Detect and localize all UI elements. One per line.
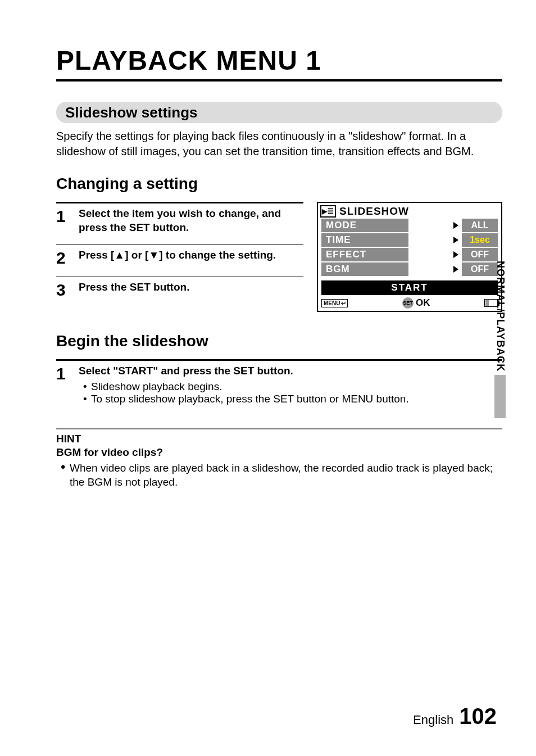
section-heading-slideshow: Slideshow settings xyxy=(56,102,502,123)
side-tab-label: NORMAL/PLAYBACK xyxy=(494,261,506,372)
lcd-title-bar: ▶☰ SLIDESHOW xyxy=(318,203,501,219)
lcd-row-value: OFF xyxy=(462,248,498,261)
step-text: Select the item you wish to change, and … xyxy=(79,207,303,234)
steps-changing: 1 Select the item you wish to change, an… xyxy=(56,202,303,309)
lcd-row-value: 1sec xyxy=(462,233,498,247)
footer-page-number: 102 xyxy=(459,704,497,729)
step-sub-bullets: Slideshow playback begins. To stop slide… xyxy=(79,381,502,405)
play-arrow-icon xyxy=(408,222,462,229)
step-row: 3 Press the SET button. xyxy=(56,277,303,309)
lcd-row-time: TIME 1sec xyxy=(321,233,498,247)
play-arrow-icon xyxy=(408,251,462,258)
subheading-begin: Begin the slideshow xyxy=(56,332,502,350)
step-row: 1 Select the item you wish to change, an… xyxy=(56,202,303,245)
hint-rule xyxy=(56,428,502,429)
step-row: 2 Press [▲] or [▼] to change the setting… xyxy=(56,245,303,277)
page-footer: English 102 xyxy=(413,704,497,729)
lcd-row-label: EFFECT xyxy=(321,248,408,261)
bullet: To stop slideshow playback, press the SE… xyxy=(91,393,502,405)
step-text: Select "START" and press the SET button. xyxy=(79,364,502,378)
lcd-row-effect: EFFECT OFF xyxy=(321,248,498,261)
ok-label: OK xyxy=(416,297,430,309)
side-tab: NORMAL/PLAYBACK xyxy=(491,261,509,418)
section-body: Specify the settings for playing back fi… xyxy=(56,129,502,159)
step-number: 3 xyxy=(56,280,79,298)
footer-language: English xyxy=(413,713,453,727)
lcd-title-text: SLIDESHOW xyxy=(339,205,409,218)
steps-begin: 1 Select "START" and press the SET butto… xyxy=(56,359,502,415)
hint-title: HINT xyxy=(56,433,502,445)
lcd-row-label: TIME xyxy=(321,233,408,247)
play-arrow-icon xyxy=(408,237,462,243)
lcd-row-bgm: BGM OFF xyxy=(321,262,498,276)
step-text: Press the SET button. xyxy=(79,280,303,295)
mode-icon: ▶☰ xyxy=(320,205,336,218)
bullet: Slideshow playback begins. xyxy=(91,381,502,393)
step-row: 1 Select "START" and press the SET butto… xyxy=(56,359,502,415)
set-icon: SET xyxy=(402,297,414,309)
step-number: 1 xyxy=(56,364,79,382)
lcd-footer: MENU↩ SET OK xyxy=(318,297,501,311)
title-rule xyxy=(56,79,502,82)
lcd-screen: ▶☰ SLIDESHOW MODE ALL TIME 1sec xyxy=(317,202,502,312)
side-tab-bar xyxy=(494,375,506,418)
lcd-row-value: ALL xyxy=(462,219,498,232)
step-number: 1 xyxy=(56,207,79,225)
section-heading-text: Slideshow settings xyxy=(65,104,198,121)
hint-bullet: When video clips are played back in a sl… xyxy=(70,461,502,490)
page-title: PLAYBACK MENU 1 xyxy=(56,45,502,76)
step-number: 2 xyxy=(56,248,79,266)
step-text: Press [▲] or [▼] to change the setting. xyxy=(79,248,303,262)
menu-chip: MENU↩ xyxy=(321,299,348,307)
lcd-row-mode: MODE ALL xyxy=(321,219,498,232)
lcd-row-label: MODE xyxy=(321,219,408,232)
lcd-start-row: START xyxy=(321,280,498,295)
lcd-row-label: BGM xyxy=(321,262,408,276)
play-arrow-icon xyxy=(408,266,462,273)
hint-subtitle: BGM for video clips? xyxy=(56,446,502,459)
ok-indicator: SET OK xyxy=(402,297,430,309)
hint-body: When video clips are played back in a sl… xyxy=(56,461,502,490)
subheading-changing: Changing a setting xyxy=(56,175,502,193)
